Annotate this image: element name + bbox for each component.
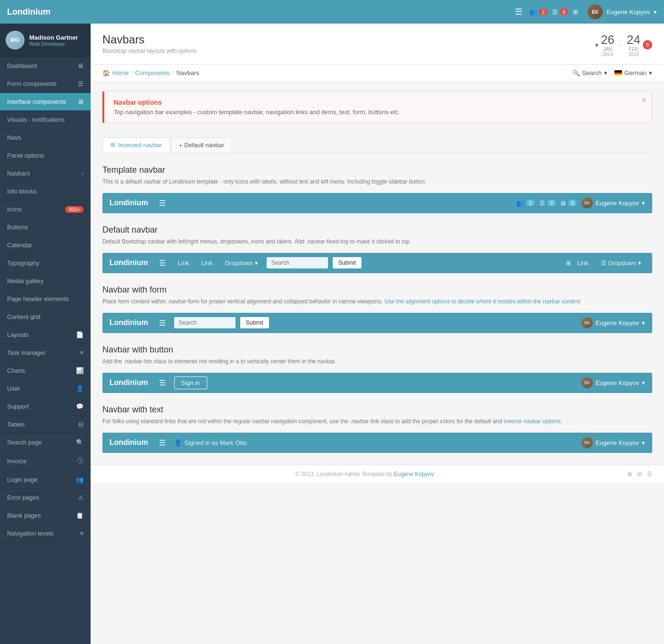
- demo-user-arrow-2: ▾: [642, 319, 645, 326]
- footer-settings-icon[interactable]: ⚙: [637, 471, 642, 477]
- hamburger-icon[interactable]: ☰: [515, 7, 522, 17]
- demo-grid-icon-2: ⊞: [566, 259, 571, 267]
- demo-dropdown-2[interactable]: ☰ Dropdown ▾: [597, 258, 645, 268]
- app-brand: Londinium: [7, 7, 515, 17]
- sidebar-item-panel-options[interactable]: Panel options: [0, 147, 91, 165]
- section-desc-default: Default Bootstrap navbar with left/right…: [102, 237, 652, 246]
- demo-submit-button-2[interactable]: Submit: [240, 317, 269, 328]
- sidebar-item-blank-pages[interactable]: Blank pages 📋: [0, 507, 91, 525]
- user-menu[interactable]: EK Eugene Kopyov ▾: [588, 4, 657, 19]
- demo-hamburger-1[interactable]: ☰: [155, 197, 169, 209]
- breadcrumb: 🏠 Home / Components / Navbars: [102, 69, 199, 76]
- list-badge[interactable]: ☰ 6: [552, 8, 568, 16]
- date-from: 26 JAN 2014: [601, 33, 614, 57]
- footer-layers-icon[interactable]: ☰: [647, 471, 652, 477]
- demo-hamburger-2[interactable]: ☰: [155, 257, 169, 269]
- user-name: Eugene Kopyov: [606, 8, 650, 16]
- demo-hamburger-5[interactable]: ☰: [155, 436, 169, 449]
- sidebar-item-page-header[interactable]: Page header elements: [0, 290, 91, 308]
- users-badge[interactable]: 👥 2: [530, 8, 547, 16]
- demo-link-2[interactable]: Link: [198, 258, 217, 268]
- login-icon: 👥: [76, 476, 84, 483]
- form-icon: ☰: [78, 80, 84, 87]
- demo-users-icon-1: 👥: [516, 200, 524, 207]
- sidebar-item-user[interactable]: User 👤: [0, 380, 91, 398]
- demo-hamburger-3[interactable]: ☰: [155, 317, 169, 329]
- date-to-month: FEB 2014: [627, 47, 640, 57]
- demo-dropdown-1[interactable]: Dropdown ▾: [221, 258, 261, 268]
- demo-brand-2: Londinium: [109, 259, 148, 267]
- sidebar-item-login-page[interactable]: Login page 👥: [0, 471, 91, 489]
- page-title-group: Navbars Bootstrap navbar layouts with op…: [102, 33, 196, 54]
- alert-close-button[interactable]: ×: [642, 96, 646, 105]
- sidebar-item-dashboard[interactable]: Dashboard 🖥: [0, 57, 91, 75]
- sidebar-item-invoice[interactable]: Invoice ⓘ: [0, 452, 91, 471]
- footer-author-link[interactable]: Eugene Kopyov: [394, 471, 434, 477]
- demo-user-2[interactable]: EK Eugene Kopyov ▾: [581, 317, 645, 328]
- sidebar-item-content-grid[interactable]: Content grid: [0, 308, 91, 326]
- demo-avatar-2: EK: [581, 317, 593, 328]
- home-icon: 🏠: [102, 69, 110, 76]
- sidebar-item-typography[interactable]: Typography: [0, 254, 91, 272]
- demo-search-input-1[interactable]: [267, 257, 328, 268]
- sidebar-item-calendar[interactable]: Calendar: [0, 236, 91, 254]
- sidebar-item-media-gallery[interactable]: Media gallery: [0, 272, 91, 290]
- footer-monitor-icon[interactable]: 🖥: [627, 471, 632, 477]
- error-icon: ⚠: [78, 494, 84, 501]
- demo-sign-in-button[interactable]: Sign in: [174, 376, 207, 389]
- sidebar-item-tables[interactable]: Tables ⊟: [0, 416, 91, 434]
- demo-navbar-text: Londinium ☰ 👤 Signed in as Mark Otto EK …: [102, 433, 652, 453]
- demo-submit-button-1[interactable]: Submit: [333, 257, 361, 268]
- demo-user-4[interactable]: EK Eugene Kopyov ▾: [581, 437, 645, 448]
- sidebar-item-buttons[interactable]: Buttons: [0, 218, 91, 236]
- sidebar-item-task-manager[interactable]: Task manager ≡: [0, 344, 91, 362]
- dashboard-icon: 🖥: [77, 62, 84, 69]
- section-desc-form: Place form content within .navbar-form f…: [102, 297, 652, 306]
- sidebar-nav: Dashboard 🖥 Form components ☰ Interface …: [0, 57, 91, 644]
- users-icon: 👥: [530, 8, 537, 16]
- section-text-navbar: Navbar with text For folks using standar…: [102, 405, 652, 453]
- demo-user-3[interactable]: EK Eugene Kopyov ▾: [581, 377, 645, 388]
- sidebar-item-interface-components[interactable]: Interface components ⊞: [0, 93, 91, 111]
- user-icon: 👤: [76, 385, 84, 392]
- breadcrumb-current: Navbars: [177, 69, 199, 76]
- demo-search-input-2[interactable]: [174, 317, 235, 328]
- section-title-form: Navbar with form: [102, 285, 652, 295]
- breadcrumb-components[interactable]: Components: [135, 69, 170, 76]
- sidebar: MG Madison Gartner Web Developer Dashboa…: [0, 24, 91, 644]
- sidebar-item-error-pages[interactable]: Error pages ⚠: [0, 489, 91, 507]
- demo-hamburger-4[interactable]: ☰: [155, 376, 169, 389]
- demo-list-icon-2: ☰: [601, 259, 606, 267]
- demo-user-arrow-3: ▾: [642, 379, 645, 386]
- grid-badge[interactable]: ⊞: [573, 8, 578, 16]
- breadcrumb-home[interactable]: Home: [112, 69, 129, 76]
- sidebar-item-support[interactable]: Support 💬: [0, 398, 91, 416]
- sidebar-item-icons[interactable]: Icons 850+: [0, 201, 91, 218]
- sidebar-item-search-page[interactable]: Search page 🔍: [0, 434, 91, 452]
- sidebar-item-visuals[interactable]: Visuals - notifications: [0, 111, 91, 129]
- support-icon: 💬: [76, 403, 84, 410]
- sidebar-user-info: Madison Gartner Web Developer: [29, 34, 78, 47]
- sidebar-item-navigation-levels[interactable]: Navigation levels ≡: [0, 525, 91, 543]
- sidebar-item-layouts[interactable]: Layouts 📄: [0, 326, 91, 344]
- demo-user-1[interactable]: EK Eugene Kopyov ▾: [581, 197, 645, 209]
- sidebar-item-navs[interactable]: Navs: [0, 129, 91, 147]
- tab-inversed-navbar[interactable]: ⊞ Inversed navbar: [102, 137, 170, 153]
- date-from-month: JAN 2014: [601, 47, 614, 57]
- demo-users-badge-1: 2: [526, 200, 535, 206]
- demo-icon-group-2: ⊞ Link: [566, 258, 592, 268]
- tab-default-navbar[interactable]: ▪ Default navbar: [171, 137, 232, 153]
- page-footer: © 2013. Londinium Admin Template by Euge…: [91, 465, 664, 483]
- demo-link-1[interactable]: Link: [174, 258, 193, 268]
- sidebar-item-form-components[interactable]: Form components ☰: [0, 75, 91, 93]
- sidebar-item-info-blocks[interactable]: Info blocks: [0, 183, 91, 201]
- page-content: Template navbar This is a default navbar…: [91, 153, 664, 465]
- sidebar-item-navbars[interactable]: Navbars ›: [0, 165, 91, 183]
- demo-avatar-1: EK: [581, 197, 593, 209]
- language-button[interactable]: German ▾: [614, 69, 652, 76]
- demo-signed-in-text: 👤 Signed in as Mark Otto: [174, 439, 247, 446]
- demo-list-icon-1: ☰: [539, 200, 545, 207]
- sidebar-item-charts[interactable]: Charts 📊: [0, 362, 91, 380]
- user-dropdown-arrow: ▾: [654, 8, 657, 16]
- search-button[interactable]: 🔍 Search ▾: [572, 69, 607, 76]
